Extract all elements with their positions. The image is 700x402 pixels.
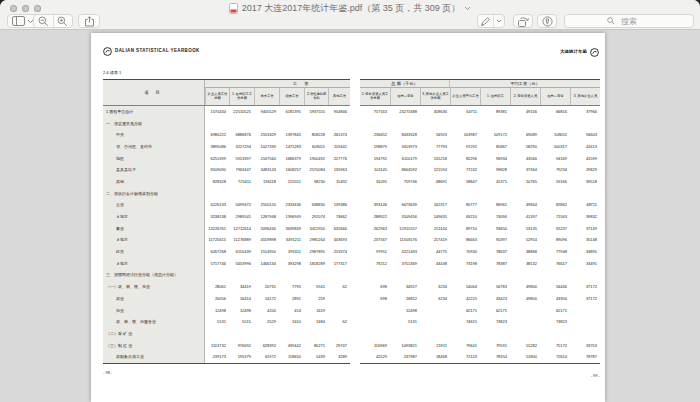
cell: 439442 (279, 340, 304, 352)
cell: 37364 (510, 164, 540, 176)
pdf-page-spread: DALIAN STATISTICAL YEARBOOK 2-6 续表 1 项 目… (91, 33, 605, 402)
cell: 3412950 (304, 223, 328, 235)
cell (254, 118, 279, 130)
cell: 18468 (420, 351, 450, 363)
cell: 99828 (480, 164, 510, 176)
cell: 2987895 (304, 246, 328, 258)
cell: 73662 (328, 211, 350, 223)
cell: 121594 (420, 164, 450, 176)
table-row: 7921237513694343873198783873813276617334… (360, 258, 600, 270)
cell: 12498 (229, 305, 254, 317)
banner-wage: 工 资 (205, 80, 350, 88)
cell: 236652 (360, 129, 390, 141)
row-label: 三、按国民经济行业分组（按总计分组） (103, 270, 205, 282)
cell: 38132 (510, 258, 540, 270)
cell: 49800 (510, 293, 540, 305)
column-header: 1. 在岗职工 (480, 88, 510, 105)
cell (480, 188, 510, 200)
row-label: 机关 (103, 246, 205, 258)
row-label: ＃地方 (103, 258, 205, 270)
cell: 6155439 (229, 246, 254, 258)
cell: 74615 (450, 316, 480, 328)
cell: 414 (279, 305, 304, 317)
row-label: 农副食品加工业 (103, 351, 205, 363)
column-header: 基本工资 (254, 88, 279, 105)
cell: 92237 (540, 223, 570, 235)
row-label: ＃地方 (103, 235, 205, 247)
cell: 77948 (540, 246, 570, 258)
column-header: 工资性津贴和补贴 (304, 88, 328, 105)
cell: 9405529 (254, 106, 279, 118)
cell (540, 270, 570, 282)
cell: 7963447 (229, 164, 254, 176)
cell: 1514950 (254, 246, 279, 258)
cell: 73198 (450, 258, 480, 270)
cell: 5439 (304, 351, 328, 363)
cell (390, 118, 420, 130)
cell: 85867 (480, 141, 510, 153)
cell: 1027339 (254, 141, 279, 153)
cell: 162317 (420, 200, 450, 212)
cell: 76617 (540, 258, 570, 270)
cell: 62 (328, 281, 350, 293)
row-label: 省、自治区、直辖市 (103, 141, 205, 153)
rotate-button[interactable] (513, 14, 533, 28)
cell (570, 118, 600, 130)
cell: 5096430 (254, 223, 279, 235)
table-row: 6981682232344222543423498004335637172 (360, 293, 600, 305)
share-button[interactable] (78, 14, 100, 28)
row-label: 二、按执行会计标准类别分组 (103, 188, 205, 200)
cell: 292074 (304, 211, 328, 223)
table-row: 其他8283287254111961182155519823015492 (103, 176, 350, 188)
cell: 954846 (328, 106, 350, 118)
cell: 5937555 (304, 106, 328, 118)
cell: 20731 (254, 281, 279, 293)
cell (360, 316, 390, 328)
cell: 78637 (480, 246, 510, 258)
cell: 49800 (510, 281, 540, 293)
row-label: 县及县以下 (103, 164, 205, 176)
right-brand-text: 大连统计年鉴 (560, 50, 587, 55)
cell (279, 118, 304, 130)
cell: 62171 (540, 305, 570, 317)
cell: 443693 (328, 235, 350, 247)
table-row (360, 118, 600, 130)
cell: 237987 (390, 351, 420, 363)
markup-pen-dropdown[interactable] (494, 19, 504, 23)
markup-toolbar-button[interactable] (537, 14, 557, 28)
cell: 638830 (304, 200, 328, 212)
cell (420, 118, 450, 130)
cell: 149631 (420, 211, 450, 223)
cell (510, 316, 540, 328)
window-title: 2017 大连2017年统计年鉴.pdf（第 35 页，共 309 页） (242, 2, 461, 15)
table-row: ＃地方3238138298954112879481396949292074736… (103, 211, 350, 223)
zoom-in-button[interactable] (54, 16, 73, 27)
title-dropdown-icon[interactable] (464, 6, 471, 11)
cell (510, 188, 540, 200)
markup-pen-button[interactable] (478, 16, 493, 27)
cell: 3413973 (390, 141, 420, 153)
cell: 13226761 (205, 223, 229, 235)
row-label: （一）农、林、牧、渔业 (103, 281, 205, 293)
cell: 28061 (205, 281, 229, 293)
cell: 217419 (420, 235, 450, 247)
right-page-number: - 99 - (360, 374, 600, 378)
right-table-header: 总 额（千元） 平均工资（元） 2. 劳务派遣人员工资总额在岗＋劳务3. 其他从… (360, 79, 600, 106)
cell: 37149 (570, 223, 600, 235)
cell (480, 328, 510, 340)
cell: 93650 (480, 223, 510, 235)
cell: 11725615 (205, 235, 229, 247)
cell (304, 118, 328, 130)
cell: 79591 (480, 340, 510, 352)
cell: 198879 (360, 141, 390, 153)
cell: 98230 (304, 176, 328, 188)
zoom-out-button[interactable] (34, 16, 53, 27)
cell: 1608257 (279, 164, 304, 176)
cell: 1287948 (254, 211, 279, 223)
document-scroll-area[interactable]: DALIAN STATISTICAL YEARBOOK 2-6 续表 1 项 目… (0, 30, 700, 402)
cell (390, 270, 420, 282)
cell: 58290 (510, 141, 540, 153)
search-input[interactable] (564, 14, 694, 28)
cell: 2550120 (254, 200, 279, 212)
cell: 31095 (360, 176, 390, 188)
